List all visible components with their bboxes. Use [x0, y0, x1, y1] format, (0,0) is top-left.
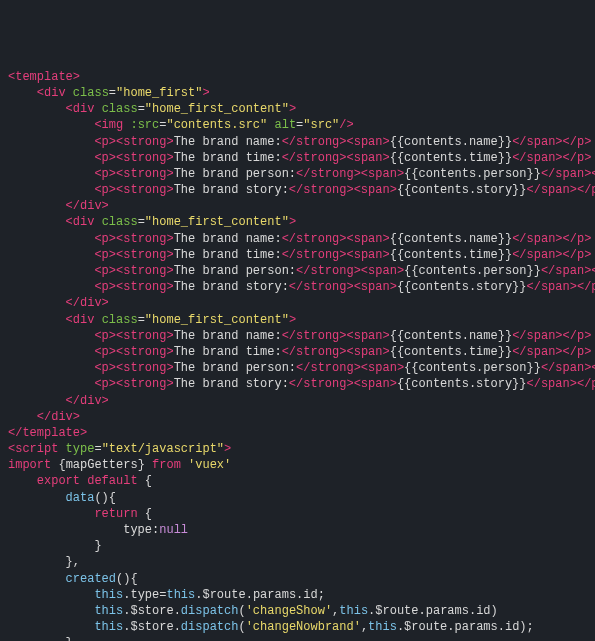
code-token: .	[419, 604, 426, 618]
code-line[interactable]: <script type="text/javascript">	[8, 441, 587, 457]
code-line[interactable]: <img :src="contents.src" alt="src"/>	[8, 117, 587, 133]
code-line[interactable]: <div class="home_first_content">	[8, 214, 587, 230]
code-line[interactable]: <div class="home_first">	[8, 85, 587, 101]
code-token: <p><strong>	[94, 377, 173, 391]
code-token: =	[94, 442, 101, 456]
code-token: "home_first_content"	[145, 102, 289, 116]
code-token: <p><strong>	[94, 329, 173, 343]
code-token: params	[455, 620, 498, 634]
code-token: <p><strong>	[94, 135, 173, 149]
code-line[interactable]: <p><strong>The brand time:</strong><span…	[8, 344, 587, 360]
code-line[interactable]: },	[8, 635, 587, 641]
code-token: <script	[8, 442, 66, 456]
code-line[interactable]: type:null	[8, 522, 587, 538]
code-token: </template>	[8, 426, 87, 440]
code-line[interactable]: </div>	[8, 198, 587, 214]
code-token	[8, 329, 94, 343]
code-token: this	[94, 620, 123, 634]
code-token: </div>	[66, 296, 109, 310]
code-token: }	[138, 458, 145, 472]
code-line[interactable]: <div class="home_first_content">	[8, 312, 587, 328]
code-token: />	[339, 118, 353, 132]
code-line[interactable]: <template>	[8, 69, 587, 85]
code-token	[8, 474, 37, 488]
code-token: <img	[94, 118, 130, 132]
code-token: .	[447, 620, 454, 634]
code-token: params	[426, 604, 469, 618]
code-token: </strong><span>	[289, 183, 397, 197]
code-line[interactable]: <p><strong>The brand person:</strong><sp…	[8, 360, 587, 376]
code-token: </strong><span>	[282, 232, 390, 246]
code-line[interactable]: <p><strong>The brand story:</strong><spa…	[8, 279, 587, 295]
code-line[interactable]: export default {	[8, 473, 587, 489]
code-line[interactable]: </div>	[8, 393, 587, 409]
code-line[interactable]: <p><strong>The brand story:</strong><spa…	[8, 182, 587, 198]
code-token: {{contents.story}}	[397, 377, 527, 391]
code-line[interactable]: </div>	[8, 295, 587, 311]
code-token: "home_first"	[116, 86, 202, 100]
code-token	[8, 167, 94, 181]
code-token: 'changeNowbrand'	[246, 620, 361, 634]
code-token: </span></p>	[512, 232, 591, 246]
code-token: 'vuex'	[188, 458, 231, 472]
code-token: <p><strong>	[94, 183, 173, 197]
code-token: The brand name:	[174, 232, 282, 246]
code-token: id	[476, 604, 490, 618]
code-token	[8, 118, 94, 132]
code-token: this	[339, 604, 368, 618]
code-line[interactable]: <p><strong>The brand story:</strong><spa…	[8, 376, 587, 392]
code-token: =	[138, 215, 145, 229]
code-line[interactable]: import {mapGetters} from 'vuex'	[8, 457, 587, 473]
code-line[interactable]: <p><strong>The brand name:</strong><span…	[8, 134, 587, 150]
code-token	[8, 102, 66, 116]
code-line[interactable]: this.type=this.$route.params.id;	[8, 587, 587, 603]
code-token: this	[94, 588, 123, 602]
code-line[interactable]: this.$store.dispatch('changeShow',this.$…	[8, 603, 587, 619]
code-token: $route	[202, 588, 245, 602]
code-line[interactable]: <p><strong>The brand name:</strong><span…	[8, 231, 587, 247]
code-token: (	[238, 604, 245, 618]
code-line[interactable]: }	[8, 538, 587, 554]
code-token: class	[73, 86, 109, 100]
code-token: {{contents.story}}	[397, 183, 527, 197]
code-token: <p><strong>	[94, 361, 173, 375]
code-token: </strong><span>	[296, 361, 404, 375]
code-line[interactable]: <p><strong>The brand time:</strong><span…	[8, 247, 587, 263]
code-token: The brand name:	[174, 135, 282, 149]
code-token: this	[368, 620, 397, 634]
code-token: }	[94, 539, 101, 553]
code-token: params	[253, 588, 296, 602]
code-token: </span></p>	[512, 248, 591, 262]
code-line[interactable]: <p><strong>The brand time:</strong><span…	[8, 150, 587, 166]
code-line[interactable]: <p><strong>The brand person:</strong><sp…	[8, 263, 587, 279]
code-token: </strong><span>	[282, 248, 390, 262]
code-token: <p><strong>	[94, 280, 173, 294]
code-token: =	[138, 313, 145, 327]
code-line[interactable]: return {	[8, 506, 587, 522]
code-token: {	[145, 474, 152, 488]
code-token: (){	[94, 491, 116, 505]
code-token: The brand story:	[174, 377, 289, 391]
code-line[interactable]: data(){	[8, 490, 587, 506]
code-token: mapGetters	[66, 458, 138, 472]
code-line[interactable]: <p><strong>The brand name:</strong><span…	[8, 328, 587, 344]
code-line[interactable]: created(){	[8, 571, 587, 587]
code-token: {{contents.person}}	[404, 167, 541, 181]
code-token: {{contents.person}}	[404, 264, 541, 278]
code-line[interactable]: </template>	[8, 425, 587, 441]
code-line[interactable]: </div>	[8, 409, 587, 425]
code-token: this	[166, 588, 195, 602]
code-token: .	[174, 604, 181, 618]
code-line[interactable]: this.$store.dispatch('changeNowbrand',th…	[8, 619, 587, 635]
code-editor[interactable]: <template> <div class="home_first"> <div…	[8, 69, 587, 641]
code-token: =	[109, 86, 116, 100]
code-token	[8, 604, 94, 618]
code-token: $route	[375, 604, 418, 618]
code-line[interactable]: <p><strong>The brand person:</strong><sp…	[8, 166, 587, 182]
code-token: type	[130, 588, 159, 602]
code-line[interactable]: },	[8, 554, 587, 570]
code-line[interactable]: <div class="home_first_content">	[8, 101, 587, 117]
code-token: "src"	[303, 118, 339, 132]
code-token: "home_first_content"	[145, 215, 289, 229]
code-token: },	[66, 555, 80, 569]
